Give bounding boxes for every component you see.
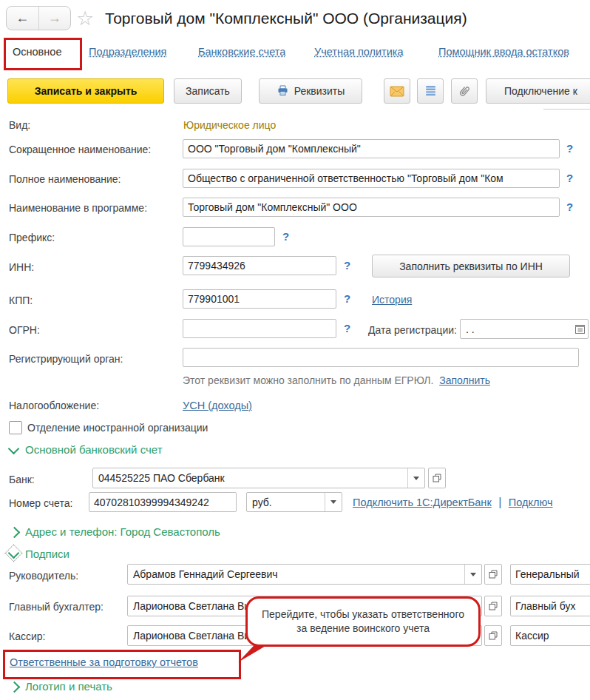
email-button[interactable] [384,78,410,104]
attachments-button[interactable] [451,78,478,104]
ogrn-label: ОГРН: [9,324,40,336]
page-title: Торговый дом "Комплексный" ООО (Организа… [105,10,467,27]
program-name-help-icon[interactable]: ? [566,201,573,213]
open-form-icon [489,631,498,640]
full-name-help-icon[interactable]: ? [566,172,573,184]
cashier-position-input[interactable] [510,625,590,646]
full-name-label: Полное наименование: [9,173,121,185]
details-button[interactable]: Реквизиты [259,78,362,104]
details-button-label: Реквизиты [294,85,345,97]
foreign-branch-label: Отделение иностранной организации [27,422,208,434]
account-number-input[interactable] [89,492,237,512]
open-form-icon [433,474,441,482]
director-open-button[interactable] [484,564,502,585]
cashier-open-button[interactable] [484,625,502,646]
address-section-chevron-icon[interactable] [9,527,21,539]
reg-authority-label: Регистрирующий орган: [9,353,123,365]
director-position-input[interactable] [510,564,590,585]
logo-section-title[interactable]: Логотип и печать [25,680,112,693]
favorite-star-icon[interactable]: ☆ [76,7,94,30]
reg-date-value: . . [461,323,572,335]
taxation-label: Налогообложение: [9,400,99,411]
currency-value: руб. [247,497,325,508]
printer-icon [277,85,289,97]
bank-section-chevron-icon[interactable] [8,443,20,455]
connect-directbank-link[interactable]: Подключить 1С:ДиректБанк [353,497,492,508]
bank-value: 044525225 ПАО Сбербанк [93,472,407,484]
inn-help-icon[interactable]: ? [344,259,350,272]
director-dropdown-icon[interactable] [464,565,481,584]
back-button[interactable]: ← [7,7,39,30]
taxation-link[interactable]: УСН (доходы) [183,400,252,411]
connect-second-link[interactable]: Подключ [509,497,553,508]
responsible-reports-link[interactable]: Ответственные за подготовку отчетов [10,656,198,668]
accountant-combobox[interactable]: Ларионова Светлана Викторовна [127,596,482,616]
save-and-close-button[interactable]: Записать и закрыть [7,78,164,104]
organization-form-window: ← → ☆ Торговый дом "Комплексный" ООО (Ор… [0,0,590,700]
program-name-label: Наименование в программе: [9,202,147,214]
kpp-history-link[interactable]: История [372,294,412,306]
accountant-dropdown-icon[interactable] [464,596,481,616]
accountant-open-button[interactable] [484,596,502,616]
connect-button[interactable]: Подключение к [486,78,590,104]
director-combobox[interactable]: Абрамов Геннадий Сергеевич [127,564,482,585]
kpp-label: КПП: [9,295,33,306]
reg-date-field[interactable]: . . [460,319,589,339]
nav-history-buttons: ← → [6,6,71,30]
forward-button[interactable]: → [39,7,71,30]
bank-section-title[interactable]: Основной банковский счет [25,443,163,456]
program-name-input[interactable] [183,198,560,217]
signatures-section-title[interactable]: Подписи [25,548,69,560]
currency-combobox[interactable]: руб. [246,492,342,512]
currency-dropdown-icon[interactable] [325,493,342,511]
calendar-icon[interactable] [572,320,588,338]
bank-dropdown-icon[interactable] [407,468,424,488]
bank-open-button[interactable] [428,468,446,488]
tab-balance-assistant[interactable]: Помощник ввода остатков [438,46,569,58]
signatures-section-chevron-icon[interactable] [8,548,20,559]
cashier-combobox[interactable]: Ларионова Светлана Викторовна [127,625,482,646]
foreign-branch-checkbox[interactable] [9,421,22,434]
kpp-help-icon[interactable]: ? [344,292,350,305]
list-button[interactable] [417,78,444,104]
short-name-help-icon[interactable]: ? [566,142,573,155]
prefix-help-icon[interactable]: ? [282,230,289,243]
egrul-fill-link[interactable]: Заполнить [439,374,490,386]
director-label: Руководитель: [9,570,78,582]
directbank-links: Подключить 1С:ДиректБанк | Подключ [353,496,553,509]
save-button[interactable]: Записать [174,78,242,104]
callout-tail [233,635,292,666]
tab-main[interactable]: Основное [13,46,61,58]
short-name-input[interactable] [183,139,560,158]
paperclip-icon [456,83,472,100]
forward-arrow-icon: → [48,10,61,26]
director-name: Абрамов Геннадий Сергеевич [128,568,464,580]
tab-bank-accounts[interactable]: Банковские счета [198,46,285,58]
kind-value: Юридическое лицо [183,119,276,131]
back-arrow-icon: ← [16,10,29,26]
open-form-icon [489,570,498,579]
accountant-name: Ларионова Светлана Викторовна [128,600,464,612]
prefix-input[interactable] [183,227,275,246]
cashier-label: Кассир: [9,630,45,642]
cashier-dropdown-icon[interactable] [464,626,481,645]
account-number-label: Номер счета: [9,497,72,509]
reg-date-label: Дата регистрации: [368,324,457,336]
reg-authority-input[interactable] [183,348,579,367]
inn-input[interactable] [183,256,336,275]
accountant-label: Главный бухгалтер: [9,601,104,613]
kpp-input[interactable] [183,289,336,309]
address-section-title[interactable]: Адрес и телефон: Город Севастополь [25,525,220,538]
accountant-position-input[interactable] [510,596,590,616]
tab-departments[interactable]: Подразделения [89,46,166,58]
full-name-input[interactable] [183,169,560,188]
ogrn-input[interactable] [183,319,336,338]
bank-combobox[interactable]: 044525225 ПАО Сбербанк [92,468,425,488]
ogrn-help-icon[interactable]: ? [344,322,350,334]
fill-by-inn-button[interactable]: Заполнить реквизиты по ИНН [372,255,570,277]
tab-accounting-policy[interactable]: Учетная политика [314,46,404,58]
prefix-label: Префикс: [9,232,55,243]
envelope-icon [390,86,404,97]
logo-section-chevron-icon[interactable] [9,682,21,693]
open-form-icon [489,602,498,610]
